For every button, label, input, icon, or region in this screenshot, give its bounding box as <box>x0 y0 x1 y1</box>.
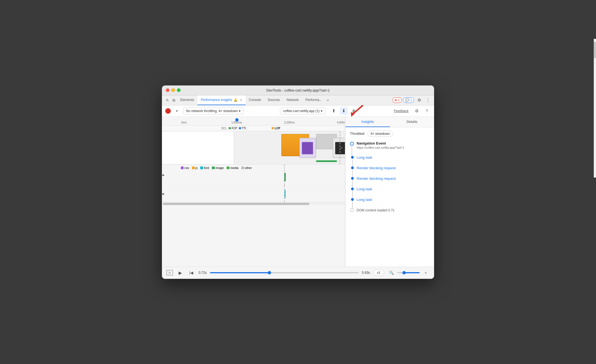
timeline-markers-bar: DCL FCP TTI LCP <box>162 126 345 131</box>
dom-content-item: DOM content loaded 0.7s <box>357 208 430 213</box>
device-icon[interactable]: ⧉ <box>171 95 177 105</box>
screenshot-toggle-icon[interactable]: ⊡ <box>166 270 173 275</box>
zoom-out-icon[interactable]: 🔍 <box>387 269 395 277</box>
screenshot-thumb-1[interactable] <box>299 138 316 158</box>
tab-elements[interactable]: Elements <box>177 95 197 105</box>
tab-overflow[interactable]: » <box>325 95 330 105</box>
tab-performance[interactable]: Performa... <box>302 95 325 105</box>
maximize-button[interactable] <box>177 89 181 92</box>
tab-bar-right: ⊗ 1 💬 1 ⚙ ⋮ <box>392 95 432 105</box>
cursor-icon[interactable]: ⇖ <box>164 95 171 105</box>
long-task-3-item: Long task <box>357 197 430 202</box>
playback-scrubber[interactable] <box>210 272 359 273</box>
tab-bar: ⇖ ⧉ Elements Performance insights 🔔 ✕ Co… <box>162 95 434 105</box>
main-content: 0ms 1,600ms 3,200ms 4,800ms DCL FCP <box>162 117 434 267</box>
title-bar: DevTools - coffee-cart.netlify.app/?ad=1 <box>162 85 434 95</box>
dom-circle <box>350 208 354 212</box>
tab-close-icon[interactable]: ✕ <box>240 98 242 102</box>
legend-css: css <box>181 166 189 170</box>
ruler-3200ms: 3,200ms <box>284 121 295 124</box>
timeline-panel: 0ms 1,600ms 3,200ms 4,800ms DCL FCP <box>162 117 345 267</box>
legend-image: image <box>212 166 224 170</box>
record-button[interactable] <box>165 108 171 114</box>
nav-circle <box>350 142 354 146</box>
screenshot-left-panel <box>162 131 234 164</box>
window-title: DevTools - coffee-cart.netlify.app/?ad=1 <box>266 88 330 92</box>
expand-icon[interactable]: ▶ <box>341 146 343 150</box>
download-icon[interactable]: ⬇ <box>340 107 348 115</box>
toolbar: ▾ No network throttling, 4× slowdown ▾ c… <box>162 105 434 117</box>
tab-console[interactable]: Console <box>246 95 264 105</box>
more-options-icon[interactable]: ⋮ <box>424 96 432 104</box>
time-end: 5.93s <box>362 271 370 275</box>
render-block-2-item: Render blocking request <box>357 176 430 181</box>
nav-event-item: Navigation Event https://coffee-cart.net… <box>357 141 430 149</box>
long-task-1-link[interactable]: Long task <box>357 155 372 160</box>
dot-1 <box>351 156 354 159</box>
throttle-dropdown[interactable]: No network throttling, 4× slowdown ▾ <box>183 108 244 114</box>
message-badge[interactable]: 💬 1 <box>403 97 414 103</box>
dot-4 <box>351 188 354 190</box>
ruler-4800ms: 4,800ms <box>337 121 345 124</box>
time-start: 0.72s <box>199 271 207 275</box>
dropdown-arrow-icon[interactable]: ▾ <box>173 107 181 115</box>
scrubber-thumb[interactable] <box>268 271 271 274</box>
dashed-line-3 <box>284 186 285 202</box>
dashed-timeline-line <box>340 131 340 164</box>
tab-insights[interactable]: Insights <box>345 117 390 127</box>
step-back-icon[interactable]: |◀ <box>187 269 195 277</box>
legend-media: media <box>227 166 239 170</box>
throttled-label: Throttled: <box>350 132 365 136</box>
long-task-2-link[interactable]: Long task <box>357 187 372 191</box>
render-block-1-item: Render blocking request <box>357 165 430 170</box>
network-row-2: ▶ <box>162 186 345 202</box>
dom-content-label: DOM content loaded 0.7s <box>357 208 394 212</box>
nav-event-title: Navigation Event <box>357 141 430 145</box>
collapse-arrow-2[interactable]: ▶ <box>162 192 165 195</box>
throttled-row: Throttled: 4× slowdown <box>350 131 430 137</box>
trash-icon[interactable]: 🗑 <box>350 107 358 115</box>
zoom-in-icon[interactable]: + <box>422 269 430 277</box>
horizontal-scrollbar[interactable] <box>162 202 345 205</box>
chevron-down-icon: ▾ <box>239 109 241 113</box>
tab-sources[interactable]: Sources <box>264 95 283 105</box>
long-task-2-item: Long task <box>357 186 430 191</box>
insights-timeline: Navigation Event https://coffee-cart.net… <box>350 141 430 213</box>
close-button[interactable] <box>166 89 169 92</box>
cyan-network-bar <box>285 190 286 198</box>
error-badge[interactable]: ⊗ 1 <box>392 97 402 103</box>
help-icon[interactable]: ? <box>423 107 431 115</box>
dot-2 <box>351 166 354 169</box>
long-task-1-item: Long task <box>357 155 430 160</box>
render-block-2-link[interactable]: Render blocking request <box>357 176 396 181</box>
long-task-3-link[interactable]: Long task <box>357 198 372 202</box>
toolbar-icons: ⬆ ⬇ 🗑 <box>330 107 358 115</box>
upload-icon[interactable]: ⬆ <box>330 107 338 115</box>
settings-icon[interactable]: ⚙ <box>415 96 423 104</box>
network-row-1: ▶ css js <box>162 165 345 186</box>
speed-badge[interactable]: x1 <box>373 270 384 276</box>
throttle-badge: 4× slowdown <box>367 131 393 137</box>
url-dropdown[interactable]: coffee-cart.netlify.app (1) ▾ <box>280 108 325 114</box>
tab-network[interactable]: Network <box>283 95 302 105</box>
screenshot-strip: ▶ <box>162 131 345 165</box>
legend-font: font <box>200 166 209 170</box>
zoom-thumb[interactable] <box>402 271 406 274</box>
gear-icon[interactable]: ⚙ <box>413 107 421 115</box>
bottom-toolbar: ⊡ ▶ |◀ 0.72s 5.93s x1 🔍 + <box>162 267 434 279</box>
legend-js: js <box>192 166 198 170</box>
marker-dcl: DCL <box>221 127 227 130</box>
tab-details[interactable]: Details <box>390 117 434 127</box>
feedback-link[interactable]: Feedback <box>394 109 409 113</box>
tab-performance-insights[interactable]: Performance insights 🔔 ✕ <box>197 95 246 105</box>
collapse-arrow-1[interactable]: ▶ <box>162 173 165 176</box>
zoom-slider[interactable] <box>397 272 420 273</box>
play-button[interactable]: ▶ <box>176 269 184 277</box>
teal-bar <box>316 160 337 162</box>
minimize-button[interactable] <box>171 89 175 92</box>
dashed-line-2 <box>284 165 285 185</box>
ruler-area: 0ms 1,600ms 3,200ms 4,800ms <box>162 117 345 126</box>
render-block-1-link[interactable]: Render blocking request <box>357 166 396 170</box>
devtools-window: DevTools - coffee-cart.netlify.app/?ad=1… <box>162 85 434 279</box>
marker-tti: TTI <box>239 127 246 130</box>
